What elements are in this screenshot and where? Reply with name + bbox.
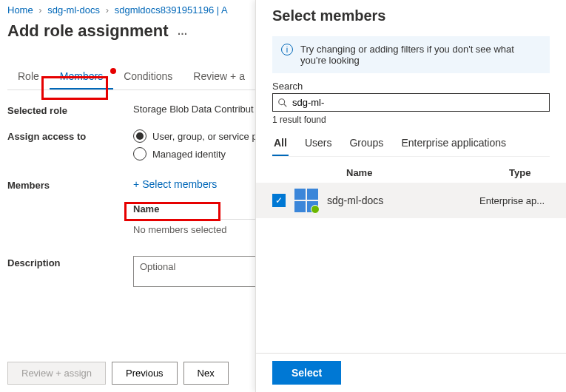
result-count: 1 result found: [272, 115, 550, 125]
info-icon: i: [281, 44, 293, 55]
radio-user-group-label: User, group, or service p: [152, 131, 257, 142]
radio-user-group[interactable]: [133, 129, 146, 143]
assign-access-label: Assign access to: [7, 129, 133, 165]
previous-button[interactable]: Previous: [112, 362, 178, 385]
tab-review[interactable]: Review + a: [183, 64, 255, 89]
tab-conditions[interactable]: Conditions: [113, 64, 183, 89]
info-banner: i Try changing or adding filters if you …: [272, 36, 550, 73]
search-icon: [277, 98, 288, 108]
search-input[interactable]: [292, 97, 545, 108]
description-label: Description: [7, 256, 133, 287]
tab-role[interactable]: Role: [7, 64, 50, 89]
result-header: Name Type: [256, 157, 566, 183]
members-label: Members: [7, 178, 133, 235]
col-type: Type: [509, 167, 530, 178]
svg-point-0: [279, 98, 285, 104]
panel-footer: Select: [256, 353, 566, 392]
panel-title: Select members: [256, 0, 566, 32]
select-members-link[interactable]: +Select members: [133, 178, 217, 190]
next-button[interactable]: Nex: [183, 362, 229, 385]
result-type: Enterprise ap...: [479, 195, 550, 206]
plus-icon: +: [133, 178, 139, 190]
page-title-text: Add role assignment: [7, 21, 169, 41]
col-name: Name: [272, 167, 509, 178]
tab-members[interactable]: Members: [50, 64, 113, 89]
select-button[interactable]: Select: [272, 361, 341, 385]
panel-tabs: All Users Groups Enterprise applications: [272, 131, 550, 157]
panel-tab-groups[interactable]: Groups: [348, 131, 385, 156]
chevron-right-icon: ›: [38, 4, 41, 16]
enterprise-app-icon: [294, 189, 318, 212]
review-assign-button[interactable]: Review + assign: [7, 362, 106, 385]
footer-buttons: Review + assign Previous Nex: [7, 362, 229, 385]
panel-tab-users[interactable]: Users: [303, 131, 334, 156]
panel-tab-enterprise[interactable]: Enterprise applications: [400, 131, 508, 156]
more-icon[interactable]: …: [178, 25, 188, 37]
chevron-right-icon: ›: [106, 4, 109, 16]
select-members-panel: Select members i Try changing or adding …: [255, 0, 566, 392]
radio-managed-identity-label: Managed identity: [152, 149, 226, 160]
search-box[interactable]: [272, 93, 550, 112]
panel-tab-all[interactable]: All: [272, 131, 289, 156]
info-text: Try changing or adding filters if you do…: [300, 44, 541, 66]
radio-managed-identity[interactable]: [133, 147, 146, 160]
select-members-link-text: Select members: [142, 178, 217, 190]
selected-role-label: Selected role: [7, 104, 133, 116]
result-row[interactable]: ✓ sdg-ml-docs Enterprise ap...: [256, 183, 566, 218]
breadcrumb-item-1[interactable]: sdg-ml-docs: [47, 4, 100, 16]
svg-line-1: [284, 104, 287, 107]
breadcrumb-home[interactable]: Home: [7, 4, 33, 16]
breadcrumb-item-2[interactable]: sdgmldocs8391951196 | A: [115, 4, 228, 16]
checkbox-checked-icon[interactable]: ✓: [272, 194, 286, 207]
search-label: Search: [272, 81, 550, 92]
result-name: sdg-ml-docs: [327, 195, 471, 206]
